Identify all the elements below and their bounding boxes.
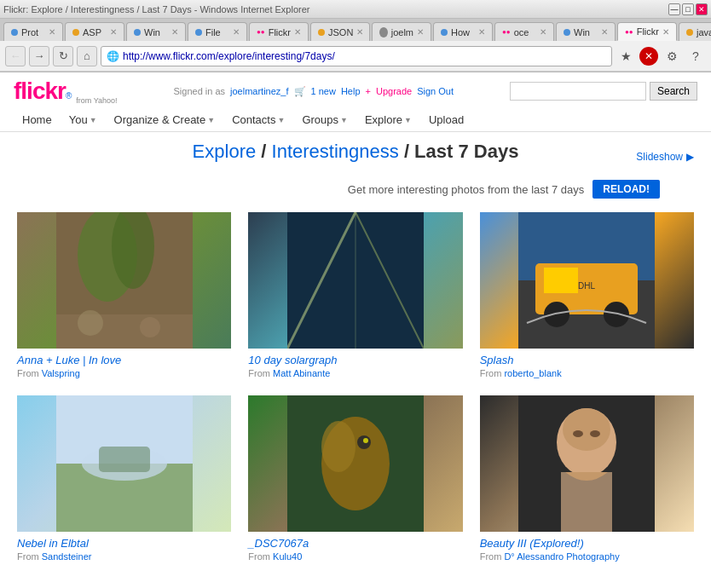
tab-joel[interactable]: joelm ✕ [372, 22, 431, 41]
flickr-nav: Home You ▼ Organize & Create ▼ Contacts … [14, 108, 697, 131]
tab-dot [318, 29, 325, 36]
tab-asp[interactable]: ASP ✕ [65, 22, 124, 41]
tabs-bar: Prot ✕ ASP ✕ Win ✕ File ✕ ●● Flickr ✕ JS… [0, 19, 711, 41]
tab-close[interactable]: ✕ [662, 27, 669, 37]
photo-thumb[interactable] [248, 395, 462, 532]
svg-point-4 [78, 310, 103, 336]
photo-author-link[interactable]: roberto_blank [504, 368, 561, 378]
nav-groups[interactable]: Groups ▼ [293, 108, 356, 131]
svg-rect-31 [561, 472, 612, 532]
tab-java[interactable]: java ✕ [679, 22, 711, 41]
help-nav-button[interactable]: ? [685, 46, 706, 66]
photo-title[interactable]: Beauty III (Explored!) [480, 537, 694, 550]
photo-author-link[interactable]: Matt Abinante [273, 368, 330, 378]
search-input[interactable] [510, 82, 646, 101]
nav-organize-label: Organize & Create [114, 113, 206, 126]
cart-icon[interactable]: 🛒 [294, 86, 306, 97]
signed-in-text: Signed in as [174, 86, 226, 96]
tab-dot: ●● [625, 28, 633, 36]
nav-organize[interactable]: Organize & Create ▼ [106, 108, 224, 131]
photo-title[interactable]: 10 day solargraph [248, 354, 462, 366]
tab-json[interactable]: JSON ✕ [310, 22, 370, 41]
svg-point-27 [363, 438, 368, 443]
tab-close[interactable]: ✕ [601, 27, 608, 37]
tab-win2[interactable]: Win ✕ [556, 22, 616, 41]
upgrade-link[interactable]: Upgrade [376, 86, 412, 96]
photo-title[interactable]: Anna + Luke | In love [17, 354, 231, 366]
title-bar: Flickr: Explore / Interestingness / Last… [0, 0, 711, 19]
address-input[interactable] [123, 50, 606, 62]
tab-file[interactable]: File ✕ [188, 22, 247, 41]
explore-link[interactable]: Explore [193, 141, 257, 162]
photo-thumb[interactable]: DHL [480, 212, 694, 349]
tab-label: Flickr [637, 26, 659, 37]
tab-win1[interactable]: Win ✕ [126, 22, 186, 41]
tab-label: ASP [83, 27, 101, 37]
tab-dot [11, 29, 18, 36]
reload-button[interactable]: RELOAD! [592, 180, 660, 199]
tab-label: How [451, 27, 470, 37]
tab-flickr1[interactable]: ●● Flickr ✕ [249, 22, 309, 41]
photo-thumb[interactable] [480, 395, 694, 532]
photo-title[interactable]: _DSC7067a [248, 537, 462, 550]
cart-link[interactable]: 1 new [311, 86, 336, 96]
tab-close[interactable]: ✕ [417, 27, 424, 37]
photo-author-link[interactable]: Sandsteiner [42, 551, 92, 562]
tab-close[interactable]: ✕ [171, 27, 178, 37]
photo-author-link[interactable]: D° Alessandro Photography [504, 551, 619, 562]
tab-close[interactable]: ✕ [294, 27, 301, 37]
search-button[interactable]: Search [650, 82, 697, 101]
favorites-button[interactable]: ★ [616, 46, 636, 66]
photo-thumb[interactable] [248, 212, 462, 349]
tab-dot [686, 29, 693, 36]
svg-rect-10 [287, 212, 424, 349]
photo-thumb[interactable] [17, 212, 231, 349]
tab-pro[interactable]: Prot ✕ [3, 22, 63, 41]
nav-you[interactable]: You ▼ [61, 108, 106, 131]
photo-thumb[interactable] [17, 395, 231, 532]
tools-button[interactable]: ⚙ [662, 46, 682, 66]
tab-close[interactable]: ✕ [233, 27, 240, 37]
maximize-button[interactable]: □ [682, 3, 694, 15]
main-content: Explore / Interestingness / Last 7 Days … [0, 132, 711, 567]
signout-link[interactable]: Sign Out [417, 86, 454, 96]
tab-close[interactable]: ✕ [49, 27, 55, 37]
list-item: _DSC7067a From Kulu40 [248, 395, 462, 562]
stop-button[interactable]: ✕ [639, 47, 658, 66]
photo-title[interactable]: Splash [480, 354, 694, 366]
slideshow-link[interactable]: Slideshow ▶ [636, 151, 694, 163]
tab-close[interactable]: ✕ [110, 27, 117, 37]
photo-author-link[interactable]: Kulu40 [273, 551, 302, 562]
close-button[interactable]: ✕ [696, 3, 708, 15]
tab-close[interactable]: ✕ [540, 27, 546, 37]
svg-point-32 [573, 430, 583, 437]
minimize-button[interactable]: — [668, 3, 680, 15]
username-link[interactable]: joelmartinez_f [230, 86, 288, 96]
nav-upload[interactable]: Upload [420, 108, 472, 131]
nav-contacts[interactable]: Contacts ▼ [223, 108, 293, 131]
last7days-text: Last 7 Days [414, 141, 518, 162]
tab-close[interactable]: ✕ [478, 27, 485, 37]
yahoo-text: from Yahoo! [76, 96, 117, 105]
tab-close[interactable]: ✕ [356, 27, 363, 37]
tab-oce[interactable]: ●● oce ✕ [494, 22, 554, 41]
svg-point-33 [590, 430, 600, 437]
nav-bar: ← → ↻ ⌂ 🌐 ★ ✕ ⚙ ? [0, 41, 711, 72]
tab-how[interactable]: How ✕ [433, 22, 493, 41]
refresh-button[interactable]: ↻ [53, 46, 73, 66]
svg-rect-3 [56, 314, 193, 349]
forward-button[interactable]: → [29, 46, 49, 66]
help-link[interactable]: Help [341, 86, 361, 96]
nav-home[interactable]: Home [14, 108, 61, 131]
tab-dot [195, 29, 202, 36]
tab-flickr-active[interactable]: ●● Flickr ✕ [617, 22, 677, 41]
photo-title[interactable]: Nebel in Elbtal [17, 537, 231, 550]
list-item: Beauty III (Explored!) From D° Alessandr… [480, 395, 694, 562]
interestingness-link[interactable]: Interestingness [272, 141, 399, 162]
home-button[interactable]: ⌂ [77, 46, 97, 66]
photo-image: DHL [518, 212, 655, 349]
nav-explore[interactable]: Explore ▼ [356, 108, 420, 131]
tab-dot [72, 29, 79, 36]
back-button[interactable]: ← [5, 46, 26, 66]
photo-author-link[interactable]: Valspring [42, 368, 80, 378]
